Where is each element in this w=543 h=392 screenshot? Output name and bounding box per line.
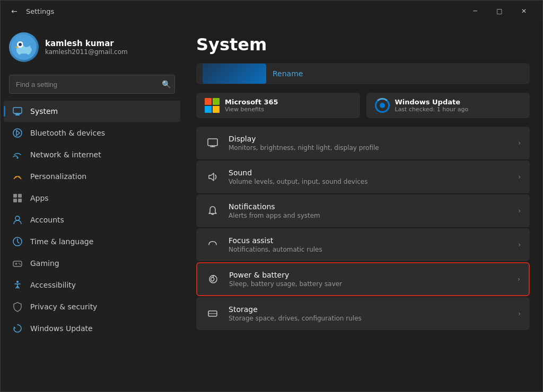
privacy-icon — [12, 301, 23, 312]
search-input[interactable] — [9, 75, 175, 94]
svg-point-5 — [23, 47, 32, 52]
accounts-icon — [12, 215, 23, 225]
settings-item-focus[interactable]: Focus assist Notifications, automatic ru… — [196, 228, 530, 261]
sidebar-item-bluetooth[interactable]: Bluetooth & devices — [4, 122, 180, 144]
storage-text: Storage Storage space, drives, configura… — [229, 305, 510, 322]
accessibility-icon — [12, 280, 23, 290]
avatar — [9, 32, 39, 62]
sidebar-item-label-accounts: Accounts — [30, 216, 64, 224]
close-button[interactable]: ✕ — [512, 3, 536, 20]
settings-list: Display Monitors, brightness, night ligh… — [196, 127, 530, 330]
page-title: System — [196, 34, 530, 55]
settings-item-sound[interactable]: Sound Volume levels, output, input, soun… — [196, 161, 530, 193]
svg-point-4 — [19, 43, 22, 46]
system-icon — [12, 106, 23, 117]
window-controls: ─ □ ✕ — [463, 3, 536, 20]
focus-text: Focus assist Notifications, automatic ru… — [229, 236, 510, 253]
avatar-image — [11, 34, 37, 60]
storage-desc: Storage space, drives, configuration rul… — [229, 315, 510, 322]
time-icon — [12, 236, 23, 247]
sidebar-item-update[interactable]: Windows Update — [4, 318, 180, 339]
svg-point-11 — [13, 129, 22, 137]
svg-rect-8 — [13, 108, 22, 113]
power-chevron: › — [518, 275, 520, 283]
power-title: Power & battery — [229, 271, 509, 279]
sidebar-item-label-bluetooth: Bluetooth & devices — [30, 129, 105, 137]
svg-rect-28 — [208, 139, 217, 146]
bluetooth-icon — [12, 128, 23, 138]
gaming-icon — [12, 258, 23, 269]
sidebar-item-accounts[interactable]: Accounts — [4, 209, 180, 230]
apps-icon — [12, 193, 23, 203]
sidebar-item-apps[interactable]: Apps — [4, 188, 180, 209]
svg-marker-31 — [209, 173, 214, 181]
banner-area: Rename — [196, 63, 530, 84]
svg-point-12 — [17, 157, 19, 159]
svg-point-25 — [20, 264, 21, 265]
storage-chevron: › — [518, 310, 521, 317]
main-layout: kamlesh kumar kamlesh2011@gmail.com 🔍 Sy… — [1, 22, 542, 391]
windows-update-icon — [375, 98, 390, 113]
windows-update-subtitle: Last checked: 1 hour ago — [395, 106, 469, 113]
sidebar-item-accessibility[interactable]: Accessibility — [4, 274, 180, 296]
sidebar-item-personalization[interactable]: Personalization — [4, 166, 180, 187]
notifications-icon — [205, 203, 220, 218]
maximize-button[interactable]: □ — [487, 3, 512, 20]
sidebar-item-label-gaming: Gaming — [30, 259, 59, 268]
windows-update-text: Windows Update Last checked: 1 hour ago — [395, 98, 469, 113]
display-chevron: › — [518, 139, 521, 147]
svg-point-7 — [19, 54, 29, 59]
sound-chevron: › — [518, 173, 521, 181]
sidebar-item-time[interactable]: Time & language — [4, 231, 180, 252]
rename-link[interactable]: Rename — [273, 69, 303, 78]
sound-desc: Volume levels, output, input, sound devi… — [229, 178, 510, 185]
settings-item-power[interactable]: Power & battery Sleep, battery usage, ba… — [196, 262, 530, 296]
ms365-icon — [205, 98, 220, 113]
content-inner: System Rename Microsoft 365 View benefi — [183, 22, 542, 343]
sidebar-item-network[interactable]: Network & internet — [4, 144, 180, 165]
windows-update-action[interactable]: Windows Update Last checked: 1 hour ago — [366, 93, 530, 118]
sidebar-item-label-accessibility: Accessibility — [30, 281, 76, 289]
sidebar-item-privacy[interactable]: Privacy & security — [4, 296, 180, 317]
svg-point-14 — [19, 176, 20, 178]
user-profile[interactable]: kamlesh kumar kamlesh2011@gmail.com — [1, 22, 183, 70]
update-icon — [12, 323, 23, 334]
back-button[interactable]: ← — [7, 4, 22, 19]
sidebar-item-label-update: Windows Update — [30, 324, 93, 333]
settings-item-notifications[interactable]: Notifications Alerts from apps and syste… — [196, 194, 530, 227]
minimize-button[interactable]: ─ — [463, 3, 487, 20]
svg-rect-17 — [13, 199, 17, 202]
svg-point-26 — [16, 281, 19, 283]
focus-desc: Notifications, automatic rules — [229, 246, 510, 253]
settings-window: ← Settings ─ □ ✕ — [0, 0, 543, 392]
power-icon — [206, 272, 221, 287]
svg-rect-15 — [13, 194, 17, 198]
window-title: Settings — [26, 7, 463, 15]
settings-item-storage[interactable]: Storage Storage space, drives, configura… — [196, 297, 530, 330]
quick-actions: Microsoft 365 View benefits Windows Upda… — [196, 93, 530, 118]
search-icon[interactable]: 🔍 — [162, 80, 171, 88]
notifications-desc: Alerts from apps and system — [229, 212, 510, 219]
focus-icon — [205, 237, 220, 252]
sidebar-item-gaming[interactable]: Gaming — [4, 253, 180, 274]
svg-marker-27 — [14, 326, 16, 328]
search-box: 🔍 — [9, 75, 175, 94]
svg-point-3 — [23, 40, 30, 47]
notifications-title: Notifications — [229, 202, 510, 211]
ms365-subtitle: View benefits — [225, 106, 278, 113]
storage-title: Storage — [229, 305, 510, 314]
sidebar-item-label-apps: Apps — [30, 194, 49, 202]
focus-chevron: › — [518, 241, 521, 248]
user-name: kamlesh kumar — [45, 39, 128, 48]
svg-rect-16 — [18, 194, 22, 198]
user-info: kamlesh kumar kamlesh2011@gmail.com — [45, 39, 128, 56]
windows-update-title: Windows Update — [395, 98, 469, 106]
notifications-text: Notifications Alerts from apps and syste… — [229, 202, 510, 219]
ms365-action[interactable]: Microsoft 365 View benefits — [196, 93, 360, 118]
settings-item-display[interactable]: Display Monitors, brightness, night ligh… — [196, 127, 530, 159]
ms365-title: Microsoft 365 — [225, 98, 278, 106]
content-area: System Rename Microsoft 365 View benefi — [183, 22, 542, 391]
display-title: Display — [229, 135, 510, 143]
sidebar-item-system[interactable]: System — [4, 101, 180, 122]
sound-text: Sound Volume levels, output, input, soun… — [229, 168, 510, 185]
